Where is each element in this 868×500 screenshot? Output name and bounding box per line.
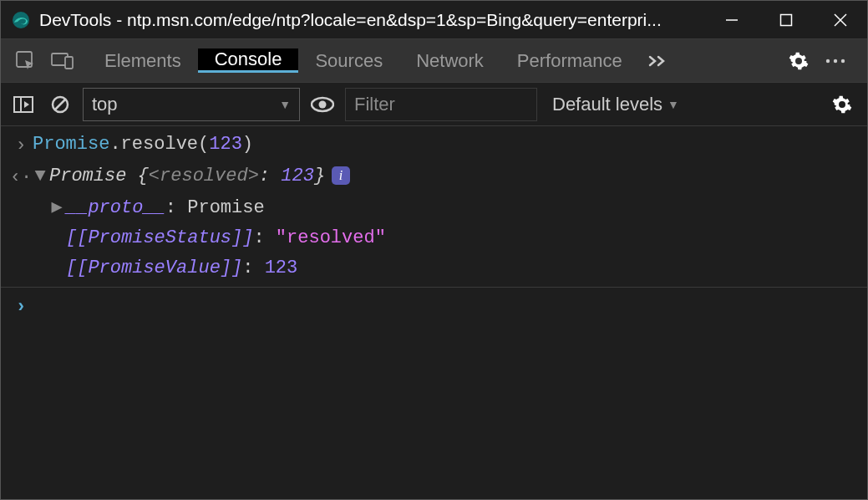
tab-sources[interactable]: Sources — [298, 48, 399, 73]
maximize-button[interactable] — [759, 1, 813, 38]
svg-rect-2 — [780, 14, 791, 25]
prompt-chevron-icon: › — [15, 294, 26, 321]
tab-network[interactable]: Network — [399, 48, 500, 73]
result-text: ▼Promise {<resolved>: 123}i — [33, 163, 350, 190]
console-settings-icon[interactable] — [825, 88, 859, 121]
svg-point-9 — [834, 59, 837, 62]
device-toolbar-icon[interactable] — [44, 39, 81, 82]
tab-performance[interactable]: Performance — [500, 48, 639, 73]
close-button[interactable] — [813, 1, 867, 38]
console-prompt-row[interactable]: › — [1, 291, 867, 323]
proto-row[interactable]: ▶__proto__: Promise — [1, 193, 867, 223]
app-icon — [11, 10, 31, 30]
return-chevron-icon: ‹· — [10, 165, 32, 191]
filter-input[interactable]: Filter — [345, 88, 537, 121]
promise-status-row[interactable]: [[PromiseStatus]]: "resolved" — [1, 223, 867, 253]
execution-context-select[interactable]: top ▼ — [83, 88, 300, 121]
svg-rect-11 — [14, 97, 33, 112]
window-titlebar: DevTools - ntp.msn.com/edge/ntp?locale=e… — [1, 1, 867, 39]
input-chevron-icon: › — [15, 133, 26, 160]
toggle-console-sidebar-icon[interactable] — [9, 90, 38, 119]
promise-value-row[interactable]: [[PromiseValue]]: 123 — [1, 253, 867, 283]
live-expression-icon[interactable] — [308, 90, 337, 119]
context-value: top — [92, 94, 118, 115]
console-body: › Promise.resolve(123) ‹· ▼Promise {<res… — [1, 126, 867, 323]
svg-point-10 — [841, 59, 845, 62]
console-input-row[interactable]: › Promise.resolve(123) — [1, 130, 867, 161]
info-badge-icon[interactable]: i — [332, 166, 350, 185]
expand-right-icon[interactable]: ▶ — [49, 195, 64, 222]
svg-point-8 — [826, 59, 830, 62]
svg-marker-13 — [24, 101, 29, 108]
console-toolbar: top ▼ Filter Default levels ▼ — [1, 83, 867, 126]
minimize-button[interactable] — [704, 1, 759, 38]
svg-line-15 — [55, 99, 65, 110]
window-title: DevTools - ntp.msn.com/edge/ntp?locale=e… — [39, 10, 704, 30]
console-output-row[interactable]: ‹· ▼Promise {<resolved>: 123}i — [1, 161, 867, 193]
clear-console-icon[interactable] — [46, 90, 74, 119]
dropdown-caret-icon: ▼ — [667, 98, 679, 111]
dropdown-caret-icon: ▼ — [279, 98, 291, 111]
log-levels-select[interactable]: Default levels ▼ — [546, 94, 686, 115]
window-controls — [704, 1, 867, 38]
row-separator — [1, 287, 867, 288]
tab-console[interactable]: Console — [198, 48, 299, 73]
expand-down-icon[interactable]: ▼ — [33, 163, 48, 190]
kebab-menu-icon[interactable] — [817, 39, 854, 82]
filter-placeholder: Filter — [354, 94, 395, 115]
more-tabs-icon[interactable] — [639, 39, 676, 82]
command-text: Promise.resolve(123) — [33, 131, 253, 158]
devtools-tabbar: Elements Console Sources Network Perform… — [1, 39, 867, 83]
svg-rect-7 — [65, 57, 73, 69]
svg-point-17 — [319, 100, 327, 108]
tab-elements[interactable]: Elements — [88, 48, 198, 73]
inspect-element-icon[interactable] — [8, 39, 44, 82]
settings-icon[interactable] — [780, 39, 817, 82]
